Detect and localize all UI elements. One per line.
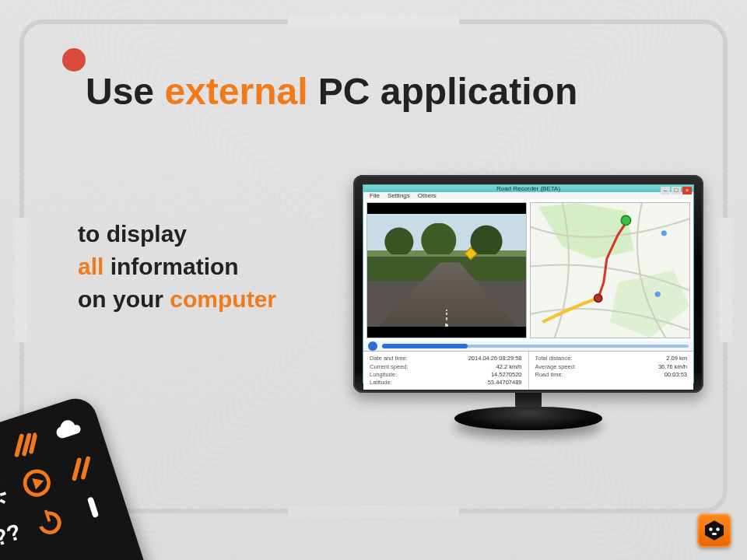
stat-label: Road time: [535,371,563,379]
stat-label: Current speed: [370,363,409,371]
power-icon [30,503,68,541]
stat-value: 2.09 km [666,355,687,362]
frame-gap [15,218,27,342]
svg-text:??: ?? [0,519,23,551]
body-line-3-pre: on your [78,286,170,312]
stat-label: Longitude: [370,371,397,379]
app-menubar: File Settings Others [363,192,693,199]
menu-others[interactable]: Others [418,192,437,199]
gear-icon [0,478,12,516]
svg-rect-10 [0,492,6,496]
stat-value: 42.2 km/h [496,363,522,371]
stat-label: Total distance: [535,355,573,362]
stat-row: Road time:00:03:53 [535,371,688,379]
stat-label: Average speed: [535,363,576,371]
body-line-3: on your computer [78,283,276,316]
minimize-button[interactable]: – [661,187,670,194]
frame-gap [288,506,459,518]
seek-slider[interactable] [382,345,689,348]
map-poi-icon [661,230,667,236]
slide-title: Use external PC application [86,70,577,113]
stat-row: Total distance:2.09 km [535,355,688,362]
map-start-marker-icon [594,294,602,302]
slide-body: to display all information on your compu… [78,218,276,316]
window-controls: – □ × [661,187,692,194]
maximize-button[interactable]: □ [672,187,681,194]
stat-label: Latitude: [370,379,392,387]
svg-point-26 [716,527,720,531]
body-line-2-hl: all [78,254,103,279]
playback-controls [363,341,693,351]
app-panels [363,199,693,341]
svg-rect-27 [712,533,717,535]
stat-row: Latitude:53.44707489 [370,379,522,387]
stats-right: Total distance:2.09 km Average speed:36.… [528,352,694,390]
body-line-3-hl: computer [170,286,276,312]
stat-value: 36.76 km/h [658,363,687,371]
close-button[interactable]: × [682,187,692,194]
svg-point-21 [37,511,61,535]
stripes-orange-icon [5,426,43,464]
stats-panel: Date and time:2014.04.26 08:29:58 Curren… [363,351,693,390]
title-post: PC application [308,71,578,112]
stat-row: Current speed:42.2 km/h [370,363,522,371]
stat-value: 00:03:53 [665,371,687,379]
cloud-icon [50,411,87,449]
play-circle-icon [18,464,55,502]
stat-row: Average speed:36.76 km/h [535,363,688,371]
stat-value: 53.44707489 [488,379,522,387]
map-end-marker-icon [621,215,630,225]
brand-logo [697,513,731,548]
stat-row: Longitude:14.5270520 [370,371,522,379]
title-bullet-icon [62,48,86,72]
orange-stripes-icon [62,450,100,488]
frame-gap [720,218,732,342]
body-line-1: to display [78,218,276,250]
question-icon: ?? [0,517,24,555]
app-window-title: Road Recorder (BETA) [496,185,560,192]
body-line-2: all information [78,250,276,283]
body-line-2-rest: information [103,254,238,279]
app-titlebar: Road Recorder (BETA) – □ × [363,185,693,192]
title-highlight: external [164,71,307,112]
title-pre: Use [86,71,164,112]
monitor-illustration: Road Recorder (BETA) – □ × File Settings… [353,175,703,439]
map-poi-icon [655,292,661,297]
menu-settings[interactable]: Settings [388,192,410,199]
monitor-base [454,407,602,430]
frame-gap [288,15,459,27]
svg-marker-17 [32,475,45,490]
monitor-bezel: Road Recorder (BETA) – □ × File Settings… [353,175,703,393]
stat-value: 2014.04.26 08:29:58 [468,355,522,362]
svg-point-25 [709,527,713,531]
menu-file[interactable]: File [370,192,380,199]
svg-rect-12 [0,499,5,504]
map-pane [530,202,690,338]
svg-rect-23 [87,496,99,518]
svg-marker-24 [705,520,724,541]
play-button[interactable] [368,341,377,351]
stat-row: Date and time:2014.04.26 08:29:58 [370,355,522,362]
stats-left: Date and time:2014.04.26 08:29:58 Curren… [363,352,528,390]
video-pane [366,202,527,338]
stat-label: Date and time: [370,355,408,362]
stat-value: 14.5270520 [491,371,522,379]
bar-icon [75,488,112,526]
app-window: Road Recorder (BETA) – □ × File Settings… [363,184,694,383]
